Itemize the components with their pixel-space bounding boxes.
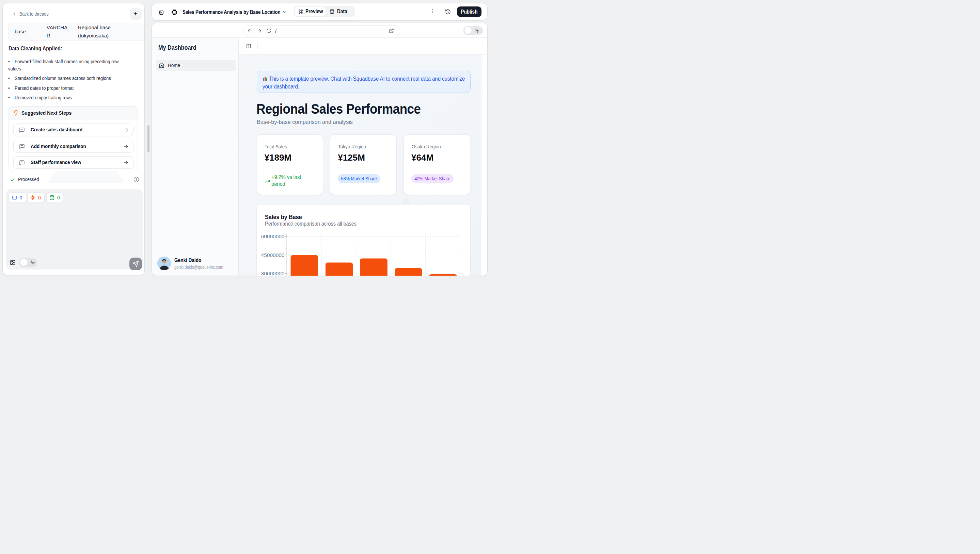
svg-text:60000000: 60000000 (261, 234, 285, 239)
svg-text:45000000: 45000000 (261, 252, 285, 258)
svg-text:30000000: 30000000 (261, 271, 285, 275)
